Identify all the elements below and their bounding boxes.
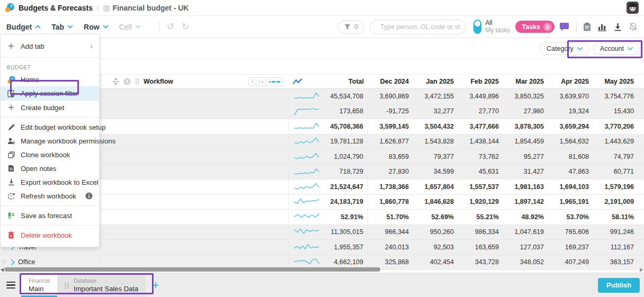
sheet-tab-main[interactable]: FinancialMain	[21, 274, 57, 297]
value-cell[interactable]: 3,770,206	[593, 119, 638, 134]
menu-item-create-budget[interactable]: Create budget	[1, 101, 99, 114]
add-sheet-button[interactable]: +	[146, 273, 165, 297]
row-density-control[interactable]	[248, 77, 283, 86]
drag-handle-icon[interactable]	[135, 78, 139, 85]
value-cell[interactable]: 765,606	[548, 225, 593, 240]
row-resize-icon[interactable]	[112, 78, 119, 85]
total-cell[interactable]: 718,729	[320, 165, 368, 179]
tasks-scope-toggle[interactable]	[473, 20, 481, 34]
value-cell[interactable]: 81,608	[548, 149, 593, 164]
value-cell[interactable]: 407,249	[548, 255, 593, 270]
value-cell[interactable]: 15,430	[593, 104, 638, 119]
value-cell[interactable]: 163,659	[458, 240, 503, 255]
value-cell[interactable]: 27,830	[368, 165, 413, 179]
value-cell[interactable]: 1,543,828	[413, 134, 458, 149]
publish-button[interactable]: Publish	[598, 278, 640, 293]
workflow-cell[interactable]	[101, 165, 289, 179]
value-cell[interactable]: 19,324	[548, 104, 593, 119]
value-cell[interactable]: 1,920,129	[458, 195, 503, 210]
value-cell[interactable]: 112,167	[593, 240, 638, 255]
value-cell[interactable]: 3,599,145	[368, 119, 413, 134]
menu-item-add-tab[interactable]: Add tab›	[1, 38, 99, 55]
value-cell[interactable]: 1,564,632	[548, 134, 593, 149]
value-cell[interactable]: 34,599	[413, 165, 458, 179]
workflow-cell[interactable]	[101, 240, 289, 255]
workflow-cell[interactable]	[101, 104, 289, 119]
value-cell[interactable]: 3,449,896	[458, 89, 503, 104]
value-cell[interactable]: 402,454	[413, 255, 458, 270]
workflow-cell[interactable]	[101, 225, 289, 240]
value-cell[interactable]: 3,477,666	[458, 119, 503, 134]
value-cell[interactable]: -91,725	[368, 104, 413, 119]
value-cell[interactable]: 3,850,325	[503, 89, 548, 104]
account-dropdown[interactable]: Account	[593, 42, 640, 55]
total-cell[interactable]: 21,524,647	[320, 179, 368, 194]
value-cell[interactable]: 991,246	[593, 225, 638, 240]
value-cell[interactable]: 1,738,366	[368, 179, 413, 194]
value-cell[interactable]: 3,659,294	[548, 119, 593, 134]
total-cell[interactable]: 173,658	[320, 104, 368, 119]
value-cell[interactable]: 3,878,305	[503, 119, 548, 134]
workflow-cell[interactable]	[101, 119, 289, 134]
row-label[interactable]: Office	[18, 258, 35, 266]
bar-chart-icon[interactable]	[598, 23, 607, 31]
total-cell[interactable]: 1,955,357	[320, 240, 368, 255]
value-cell[interactable]: 1,047,619	[503, 225, 548, 240]
value-cell[interactable]: 169,237	[548, 240, 593, 255]
value-cell[interactable]: 1,897,142	[503, 195, 548, 210]
value-cell[interactable]: 1,694,103	[548, 179, 593, 194]
value-cell[interactable]: 32,277	[413, 104, 458, 119]
workflow-cell[interactable]	[101, 134, 289, 149]
total-cell[interactable]: 11,305,015	[320, 225, 368, 240]
workflow-cell[interactable]	[101, 210, 289, 224]
menu-item-apply-session-filter[interactable]: Apply session filter	[1, 86, 99, 101]
value-cell[interactable]: 3,504,432	[413, 119, 458, 134]
value-cell[interactable]: 1,965,191	[548, 195, 593, 210]
value-cell[interactable]: 48.92%	[503, 210, 548, 224]
value-cell[interactable]: 27,980	[503, 104, 548, 119]
value-cell[interactable]: 240,013	[368, 240, 413, 255]
tasks-button[interactable]: Tasks 0	[515, 21, 554, 33]
value-cell[interactable]: 74,797	[593, 149, 638, 164]
value-cell[interactable]: 53.70%	[548, 210, 593, 224]
user-avatar[interactable]	[627, 2, 639, 14]
value-cell[interactable]: 966,344	[368, 225, 413, 240]
density-option-detailed[interactable]	[266, 78, 283, 86]
menu-item-save-as-forecast[interactable]: Save as forecast	[1, 209, 99, 222]
menu-item-refresh-workbook[interactable]: Refresh workbook	[1, 189, 99, 203]
value-cell[interactable]: 986,334	[458, 225, 503, 240]
value-cell[interactable]: 45,631	[458, 165, 503, 179]
value-cell[interactable]: 3,639,970	[548, 89, 593, 104]
value-cell[interactable]: 52.69%	[413, 210, 458, 224]
value-cell[interactable]: 1,981,163	[503, 179, 548, 194]
hscroll-thumb[interactable]	[4, 267, 380, 272]
row-menu-button[interactable]: Row	[84, 23, 109, 31]
value-cell[interactable]: 1,443,629	[593, 134, 638, 149]
value-cell[interactable]: 950,260	[413, 225, 458, 240]
total-cell[interactable]: 24,183,719	[320, 195, 368, 210]
comment-icon[interactable]	[560, 22, 570, 31]
workflow-cell[interactable]	[101, 179, 289, 194]
value-cell[interactable]: 51.70%	[368, 210, 413, 224]
density-option-medium[interactable]	[256, 78, 266, 86]
value-cell[interactable]: 95,277	[503, 149, 548, 164]
value-cell[interactable]: 343,728	[458, 255, 503, 270]
filter-button[interactable]: 0	[338, 20, 364, 34]
value-cell[interactable]: 3,690,869	[368, 89, 413, 104]
value-cell[interactable]: 92,503	[413, 240, 458, 255]
value-cell[interactable]: 1,557,537	[458, 179, 503, 194]
sheet-menu-button[interactable]	[0, 273, 21, 297]
menu-item-edit-budget-workbook-setup[interactable]: Edit budget workbook setup	[1, 120, 99, 134]
value-cell[interactable]: 83,659	[368, 149, 413, 164]
value-cell[interactable]: 1,657,804	[413, 179, 458, 194]
workflow-cell[interactable]	[101, 195, 289, 210]
value-cell[interactable]: 27,770	[458, 104, 503, 119]
workflow-cell[interactable]	[101, 89, 289, 104]
menu-item-delete-workbook[interactable]: xDelete workbook	[1, 228, 99, 242]
value-cell[interactable]: 3,754,776	[593, 89, 638, 104]
menu-item-manage-workbook-permissions[interactable]: Manage workbook permissions	[1, 134, 99, 148]
value-cell[interactable]: 127,037	[503, 240, 548, 255]
menu-item-open-notes[interactable]: Open notes	[1, 161, 99, 175]
currency-status-icon[interactable]: $	[123, 78, 131, 85]
value-cell[interactable]: 348,052	[503, 255, 548, 270]
